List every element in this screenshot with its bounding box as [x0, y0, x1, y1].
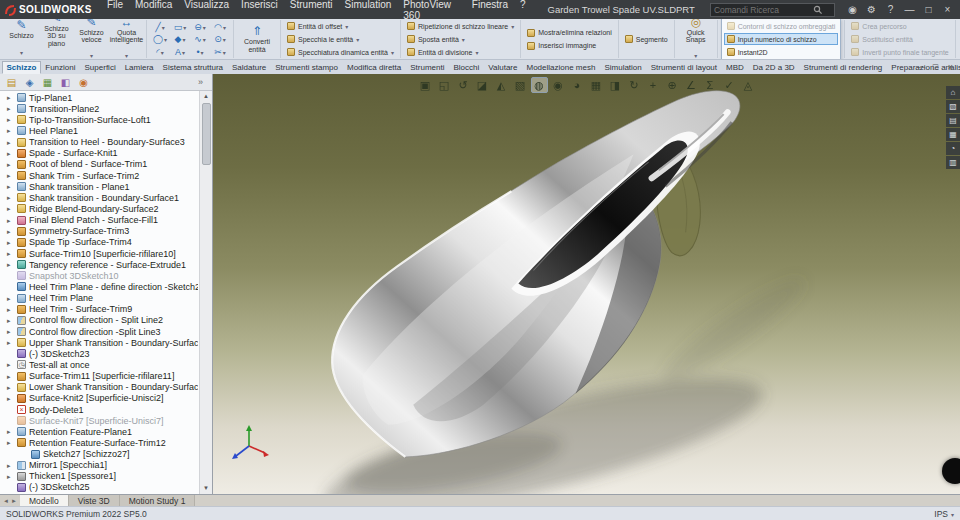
command-tab[interactable]: Saldature: [228, 61, 271, 74]
sketch-entity-button[interactable]: ⊖: [190, 20, 210, 33]
sketch-entity-button[interactable]: ▭: [170, 20, 190, 33]
ribbon-text-button[interactable]: Specchia le entità: [284, 33, 397, 45]
tree-item[interactable]: Transition to Heel - Boundary-Surface3: [0, 137, 198, 148]
unit-system[interactable]: IPS: [934, 509, 948, 519]
tree-item[interactable]: Spade - Surface-Knit1: [0, 148, 198, 159]
side-tool-icon[interactable]: ▧: [946, 100, 960, 113]
expand-arrow-icon[interactable]: [7, 127, 14, 134]
tree-item[interactable]: Shank Trim - Surface-Trim2: [0, 170, 198, 181]
tree-item[interactable]: Tangency reference - Surface-Extrude1: [0, 259, 198, 270]
expand-arrow-icon[interactable]: [7, 395, 14, 402]
command-tab[interactable]: Simulation: [600, 61, 646, 74]
tree-item[interactable]: Heel Plane1: [0, 125, 198, 136]
tree-item[interactable]: Retention Feature-Surface-Trim12: [0, 437, 198, 448]
ribbon-text-button[interactable]: Ripetizione di schizzo lineare: [404, 20, 517, 32]
ribbon-text-button[interactable]: Inserisci immagine: [524, 40, 615, 52]
expand-arrow-icon[interactable]: [7, 428, 14, 435]
hud-icon[interactable]: ⊕: [664, 77, 681, 93]
side-tool-icon[interactable]: ⌂: [946, 86, 960, 99]
hud-icon[interactable]: ↻: [626, 77, 643, 93]
expand-arrow-icon[interactable]: [7, 317, 14, 324]
ribbon-text-button[interactable]: Crea percorso: [848, 20, 951, 32]
expand-arrow-icon[interactable]: [7, 462, 14, 469]
expand-arrow-icon[interactable]: [7, 150, 14, 157]
ribbon-text-button[interactable]: Sposta entità: [404, 33, 517, 45]
command-tab[interactable]: Strumenti di layout: [646, 61, 721, 74]
document-tab[interactable]: Modello: [20, 495, 69, 506]
sketch-entity-button[interactable]: ◜: [150, 45, 170, 58]
panel-tab-icon[interactable]: ◉: [77, 76, 90, 89]
hud-icon[interactable]: ∠: [683, 77, 700, 93]
tree-item[interactable]: Retention Feature-Plane1: [0, 426, 198, 437]
panel-tab-icon[interactable]: ▦: [41, 76, 54, 89]
ribbon-text-button[interactable]: Entità di offset: [284, 20, 397, 32]
ribbon-text-button[interactable]: Entità di divisione: [404, 46, 517, 58]
side-tool-icon[interactable]: ▦: [946, 128, 960, 141]
tree-item[interactable]: (-) 3DSketch25: [0, 482, 198, 493]
command-tab[interactable]: Lamiera: [120, 61, 158, 74]
expand-arrow-icon[interactable]: [7, 339, 14, 346]
tree-item[interactable]: Shank transition - Plane1: [0, 181, 198, 192]
ribbon-text-button[interactable]: Mostra/elimina relazioni: [524, 27, 615, 39]
tree-item[interactable]: Mirror1 [Specchia1]: [0, 460, 198, 471]
tree-item[interactable]: (-) 3DSketch23: [0, 348, 198, 359]
close-button[interactable]: ×: [939, 2, 956, 17]
command-tab[interactable]: Funzioni: [41, 61, 80, 74]
tree-item[interactable]: Sketch27 [Schizzo27]: [0, 449, 198, 460]
ribbon-text-button[interactable]: Inverti punto finale tangente: [848, 46, 951, 58]
sketch-entity-button[interactable]: ╱: [150, 20, 170, 33]
ribbon-text-button[interactable]: Specchiatura dinamica entità: [284, 46, 397, 58]
expand-arrow-icon[interactable]: [7, 94, 14, 101]
panel-tab-icon[interactable]: »: [194, 76, 207, 89]
hud-icon[interactable]: ◉: [550, 77, 567, 93]
command-tab[interactable]: Blocchi: [449, 61, 484, 74]
doc-minimize-button[interactable]: —: [913, 60, 928, 73]
expand-arrow-icon[interactable]: [7, 217, 14, 224]
ribbon-text-button[interactable]: Sostituisci entità: [848, 33, 951, 45]
segment-button[interactable]: Segmento: [622, 33, 671, 45]
tree-item[interactable]: Surface-Knit2 [Superficie-Unisci2]: [0, 393, 198, 404]
tree-item[interactable]: Transition-Plane2: [0, 103, 198, 114]
tree-item[interactable]: Tip-Plane1: [0, 92, 198, 103]
panel-tab-icon[interactable]: ◧: [59, 76, 72, 89]
hud-icon[interactable]: ◬: [740, 77, 757, 93]
expand-arrow-icon[interactable]: [7, 473, 14, 480]
expand-arrow-icon[interactable]: [7, 295, 14, 302]
command-tab[interactable]: MBD: [722, 61, 749, 74]
tree-item[interactable]: Control flow direction - Split Line2: [0, 315, 198, 326]
expand-arrow-icon[interactable]: [7, 439, 14, 446]
sketch-entity-button[interactable]: ◆: [170, 33, 190, 46]
hud-icon[interactable]: ▦: [588, 77, 605, 93]
ribbon-big-button[interactable]: ✎ Schizzo 3D su piano: [40, 20, 73, 58]
hud-icon[interactable]: ↺: [455, 77, 472, 93]
scrollbar-thumb[interactable]: [202, 103, 211, 165]
hud-icon[interactable]: ◭: [493, 77, 510, 93]
expand-arrow-icon[interactable]: [7, 361, 14, 368]
tree-scrollbar[interactable]: ▲ ▼: [199, 91, 212, 494]
tree-item[interactable]: Lower Shank Transition - Boundary-Surfac…: [0, 382, 198, 393]
help-icon[interactable]: ?: [882, 2, 899, 17]
command-tab[interactable]: Strumenti stampo: [271, 61, 343, 74]
hud-icon[interactable]: ◕: [569, 77, 586, 93]
document-tab[interactable]: Motion Study 1: [120, 495, 196, 506]
hud-icon[interactable]: ◨: [607, 77, 624, 93]
scroll-up-icon[interactable]: ▲: [200, 91, 212, 102]
side-tool-icon[interactable]: ◔: [946, 142, 960, 155]
command-tab[interactable]: Schizzo: [2, 61, 41, 74]
menu-option[interactable]: Input numerico di schizzo: [724, 33, 839, 45]
tree-item[interactable]: Upper Shank Transition - Boundary-Surfac…: [0, 337, 198, 348]
panel-tab-icon[interactable]: ◈: [23, 76, 36, 89]
doc-close-button[interactable]: ×: [943, 60, 958, 73]
hud-icon[interactable]: ✓: [721, 77, 738, 93]
tree-item[interactable]: Shank transition - Boundary-Surface1: [0, 192, 198, 203]
expand-arrow-icon[interactable]: [7, 261, 14, 268]
tree-item[interactable]: Heel Trim - Surface-Trim9: [0, 304, 198, 315]
search-icon[interactable]: [813, 5, 822, 14]
expand-arrow-icon[interactable]: [7, 172, 14, 179]
command-tab[interactable]: Strumenti: [406, 61, 449, 74]
expand-arrow-icon[interactable]: [7, 205, 14, 212]
expand-arrow-icon[interactable]: [7, 328, 14, 335]
maximize-button[interactable]: □: [920, 2, 937, 17]
hud-icon[interactable]: Σ: [702, 77, 719, 93]
expand-arrow-icon[interactable]: [7, 228, 14, 235]
